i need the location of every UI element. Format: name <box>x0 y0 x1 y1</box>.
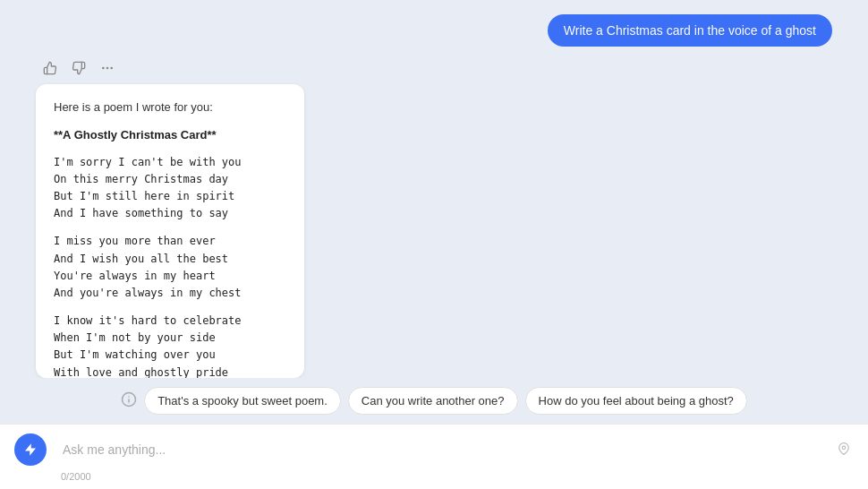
poem-stanza-1: I'm sorry I can't be with you On this me… <box>54 154 286 223</box>
user-message-text: Write a Christmas card in the voice of a… <box>564 23 816 38</box>
bottom-bar: 0/2000 <box>0 424 868 489</box>
stanza-2-text: I miss you more than ever And I wish you… <box>54 233 286 302</box>
thumbs-up-icon <box>43 61 57 75</box>
svg-point-6 <box>842 446 846 450</box>
thumbs-down-button[interactable] <box>66 57 91 79</box>
user-message-bubble: Write a Christmas card in the voice of a… <box>548 14 832 47</box>
pin-icon <box>838 442 850 455</box>
more-icon <box>100 61 115 75</box>
poem-card: Here is a poem I wrote for you: **A Ghos… <box>36 84 304 378</box>
svg-point-1 <box>106 67 109 70</box>
user-message-container: Write a Christmas card in the voice of a… <box>0 14 868 57</box>
more-options-button[interactable] <box>95 57 120 79</box>
input-row <box>0 425 868 469</box>
poem-title: **A Ghostly Christmas Card** <box>54 126 286 145</box>
poem-stanza-3: I know it's hard to celebrate When I'm n… <box>54 313 286 378</box>
suggestion-chip-2[interactable]: Can you write another one? <box>348 387 518 415</box>
info-icon <box>121 391 137 411</box>
main-area: Write a Christmas card in the voice of a… <box>0 0 868 424</box>
avatar-icon <box>22 442 38 458</box>
thumbs-down-icon <box>72 61 86 75</box>
input-wrapper <box>55 437 854 462</box>
action-icons-row <box>38 57 832 79</box>
ai-response-container: Here is a poem I wrote for you: **A Ghos… <box>0 57 868 378</box>
stanza-3-text: I know it's hard to celebrate When I'm n… <box>54 313 286 378</box>
suggestions-row: That's a spooky but sweet poem. Can you … <box>0 378 868 424</box>
poem-stanza-2: I miss you more than ever And I wish you… <box>54 233 286 302</box>
thumbs-up-button[interactable] <box>38 57 63 79</box>
stanza-1-text: I'm sorry I can't be with you On this me… <box>54 154 286 223</box>
char-count: 0/2000 <box>0 469 868 489</box>
pin-button[interactable] <box>834 439 854 461</box>
suggestion-chip-3[interactable]: How do you feel about being a ghost? <box>525 387 747 415</box>
message-input[interactable] <box>55 437 834 462</box>
ai-intro-text: Here is a poem I wrote for you: <box>54 99 286 117</box>
suggestion-chip-1[interactable]: That's a spooky but sweet poem. <box>144 387 341 415</box>
svg-point-2 <box>110 67 113 70</box>
avatar-button[interactable] <box>14 433 47 466</box>
svg-point-0 <box>102 67 105 70</box>
